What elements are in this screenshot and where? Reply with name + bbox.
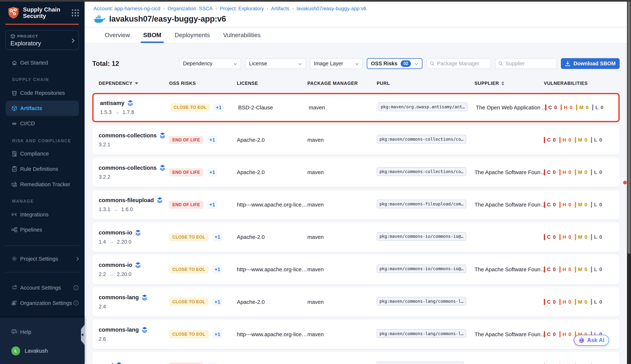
risk-extra-badge[interactable]: +1 — [207, 201, 217, 209]
scrollbar-thumb[interactable] — [627, 1, 630, 254]
filter-image-layer[interactable]: Image Layer — [310, 58, 363, 69]
sidebar-item-artifacts[interactable]: Artifacts — [6, 100, 79, 116]
column-package-manager: PACKAGE MANAGER — [307, 81, 377, 86]
page-scrollbar[interactable] — [627, 0, 631, 364]
supplier-input[interactable] — [505, 60, 553, 66]
purl-chip[interactable]: pkg:maven/commons-collections/co… — [377, 167, 466, 176]
vuln-count-m: M 0 — [575, 234, 588, 240]
filter-license[interactable]: License — [245, 58, 306, 69]
vuln-count-h: H 0 — [559, 170, 572, 176]
risk-extra-badge[interactable]: +1 — [207, 362, 217, 364]
sidebar-item-cicd[interactable]: ∞ CI/CD — [6, 116, 79, 131]
purl-chip[interactable]: pkg:maven/commons-lang/commons-l… — [377, 297, 466, 306]
download-sbom-button[interactable]: Download SBOM — [561, 58, 620, 69]
sidebar-item-integrations[interactable]: Integrations — [6, 207, 79, 222]
purl-chip[interactable]: pkg:maven/commons-io/commons-io@… — [377, 264, 466, 273]
package-manager-search[interactable] — [427, 58, 491, 69]
sidebar-item-code-repositories[interactable]: Code Repositories — [6, 85, 79, 100]
purl-chip[interactable]: pkg:maven/commons-lang/commons-l… — [377, 329, 466, 338]
table-row[interactable]: commons-collections 3.2.2 END OF LIFE +1… — [92, 158, 620, 187]
column-license: LICENSE — [237, 81, 307, 86]
breadcrumb-current[interactable]: lavakush07/easy-buggy-app:v6 — [296, 6, 366, 12]
risk-extra-badge[interactable]: +1 — [207, 136, 217, 144]
purl-cell: pkg:maven/commons-io/commons-io@… — [377, 264, 475, 275]
table-row[interactable]: commons-lang 2.4 CLOSE TO EOL +1 Apache-… — [92, 287, 620, 317]
risk-extra-badge[interactable]: +1 — [207, 168, 217, 176]
package-manager-input[interactable] — [437, 60, 487, 66]
breadcrumb-organization[interactable]: Organization: SSCA — [168, 6, 213, 12]
purl-chip[interactable]: pkg:maven/org.owasp.esapi/esapi… — [377, 362, 464, 364]
sidebar-item-account-settings[interactable]: Account Settings — [6, 280, 79, 296]
current-version: 1.5.3 — [100, 109, 112, 115]
ask-ai-button[interactable]: Ask AI — [574, 335, 609, 346]
recommended-version: 2.20.0 — [117, 271, 131, 277]
sidebar-item-pipelines[interactable]: Pipelines — [6, 222, 79, 238]
filter-oss-risks[interactable]: OSS Risks 02 — [367, 58, 422, 69]
dependency-name: commons-io — [99, 229, 132, 236]
purl-chip[interactable]: pkg:maven/org.owasp.antisamy/ant… — [378, 102, 467, 111]
risk-extra-badge[interactable]: +1 — [213, 266, 222, 274]
sidebar-item-project-settings[interactable]: Project Settings — [6, 251, 79, 266]
table-row[interactable]: commons-lang 2.6 CLOSE TO EOL +1 http---… — [92, 320, 620, 349]
sidebar-item-help[interactable]: ? Help — [6, 324, 79, 340]
risk-extra-badge[interactable]: +1 — [214, 103, 224, 112]
license-cell: Apache-2.0 — [237, 169, 307, 176]
risk-extra-badge[interactable]: +1 — [213, 330, 222, 338]
tab-vulnerabilities[interactable]: Vulnerabilities — [221, 28, 263, 43]
risk-extra-badge[interactable]: +1 — [213, 298, 222, 306]
tab-deployments[interactable]: Deployments — [172, 28, 212, 43]
current-version: 2.2 — [99, 271, 106, 277]
browser-top-strip — [0, 0, 631, 2]
package-manager-cell: maven — [307, 169, 377, 176]
vuln-count-l: L 0 — [591, 299, 602, 305]
vuln-count-c: C 0 — [544, 202, 556, 208]
main-area: Account: app-harness-ng-cicd› Organizati… — [85, 0, 631, 364]
table-row[interactable]: antisamy 1.5.3 → 1.7.8 CLOSE TO EOL +1 B… — [92, 93, 620, 122]
breadcrumb-artifacts[interactable]: Artifacts — [271, 6, 289, 12]
breadcrumb-project[interactable]: Project: Exploratory — [220, 6, 264, 12]
table-row[interactable]: commons-collections 3.2.1 END OF LIFE +1… — [92, 125, 620, 155]
column-dependency[interactable]: DEPENDENCY — [99, 81, 169, 86]
table-row[interactable]: commons-io 2.2 → 2.20.0 CLOSE TO EOL +1 … — [92, 255, 620, 284]
sidebar-item-compliance[interactable]: Compliance — [6, 146, 79, 162]
sidebar-item-remediation-tracker[interactable]: Remediation Tracker — [6, 177, 79, 192]
sidebar-item-organization-settings[interactable]: Organization Settings — [6, 296, 79, 311]
table-row[interactable]: esapi END OF LIFE +1 BSD Creative Common… — [92, 352, 620, 364]
sidebar-section-risk-compliance: RISK AND COMPLIANCE — [12, 138, 71, 144]
recommended-version: 1.7.8 — [123, 109, 134, 115]
vuln-count-l: L 0 — [591, 266, 602, 272]
app-switcher-icon[interactable] — [72, 9, 79, 17]
tab-overview[interactable]: Overview — [102, 28, 132, 43]
org-gear-icon — [11, 300, 18, 306]
cube-icon — [11, 105, 18, 112]
sort-icon — [501, 82, 504, 86]
infinity-icon: ∞ — [11, 120, 18, 127]
risk-extra-badge[interactable]: +1 — [213, 233, 222, 241]
sort-desc-icon — [135, 82, 138, 84]
table-row[interactable]: commons-fileupload 1.3.1 → 1.6.0 END OF … — [92, 190, 620, 220]
sidebar-item-get-started[interactable]: Get Started — [6, 55, 79, 70]
dependency-cell: antisamy 1.5.3 → 1.7.8 — [100, 100, 170, 115]
app-logo[interactable]: Supply Chain Security — [8, 6, 79, 19]
project-selector[interactable]: PROJECT Exploratory — [5, 30, 79, 50]
vulnerabilities-cell: C 0H 0M 0L 0 — [544, 299, 613, 305]
current-version: 1.3.1 — [99, 206, 110, 212]
dependency-name: commons-collections — [99, 132, 157, 139]
column-vulnerabilities: VULNERABILITIES — [544, 81, 613, 86]
supplier-search[interactable] — [495, 58, 557, 69]
tab-sbom[interactable]: SBOM — [141, 28, 164, 43]
vuln-count-l: L 0 — [591, 137, 602, 143]
purl-chip[interactable]: pkg:maven/commons-fileupload/com… — [377, 200, 466, 208]
column-supplier[interactable]: SUPPLIER — [475, 81, 544, 86]
license-cell: http---www.apache.org-lice… — [237, 331, 307, 338]
breadcrumb-account[interactable]: Account: app-harness-ng-cicd — [93, 6, 160, 12]
user-menu[interactable]: L Lavakush — [6, 343, 79, 359]
cube-wrench-icon — [11, 181, 18, 188]
table-row[interactable]: commons-io 1.4 → 2.20.0 CLOSE TO EOL +1 … — [92, 222, 620, 252]
document-search-icon — [11, 150, 18, 157]
purl-chip[interactable]: pkg:maven/commons-collections/co… — [377, 135, 466, 144]
code-repository-icon — [11, 90, 18, 96]
purl-chip[interactable]: pkg:maven/commons-io/commons-io@… — [377, 232, 466, 241]
sidebar-item-rule-definitions[interactable]: Rule Definitions — [6, 161, 79, 177]
filter-dependency[interactable]: Dependency — [179, 58, 241, 69]
